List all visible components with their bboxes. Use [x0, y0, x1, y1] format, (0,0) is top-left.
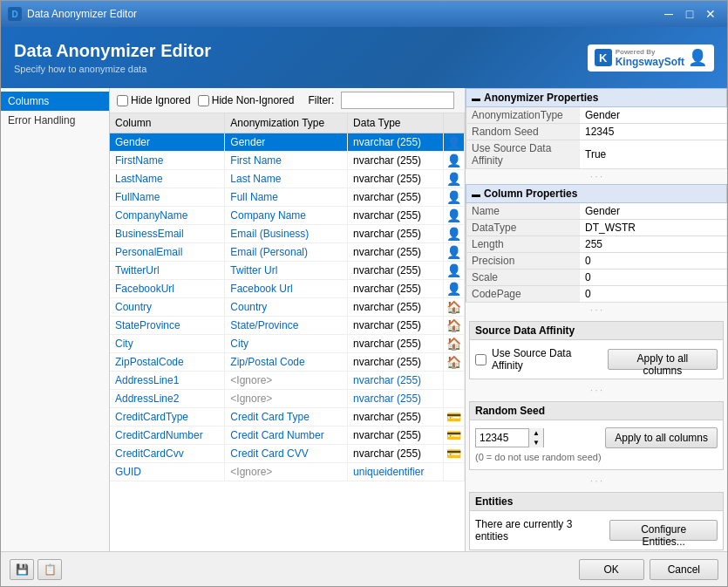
cell-column: GUID: [110, 463, 225, 481]
use-source-data-affinity-checkbox[interactable]: [475, 354, 486, 365]
cell-anon-type: <Ignore>: [225, 372, 348, 390]
table-row[interactable]: CreditCardTypeCredit Card Typenvarchar (…: [110, 408, 465, 427]
table-row[interactable]: TwitterUrlTwitter Urlnvarchar (255)👤: [110, 262, 465, 280]
title-bar-text: Data Anonymizer Editor: [27, 8, 659, 20]
cell-data-type: nvarchar (255): [348, 317, 444, 335]
anon-prop-key: Use Source Data Affinity: [466, 140, 580, 169]
table-row[interactable]: GUID<Ignore>uniqueidentifier: [110, 463, 465, 481]
hide-ignored-checkbox[interactable]: [117, 95, 128, 106]
maximize-button[interactable]: □: [680, 5, 699, 23]
anon-prop-key: AnonymizationType: [466, 107, 580, 124]
sidebar-item-error-handling[interactable]: Error Handling: [1, 111, 109, 130]
table-row[interactable]: CityCitynvarchar (255)🏠: [110, 335, 465, 353]
col-props-collapse-icon[interactable]: ▬: [472, 189, 480, 199]
toolbar: Hide Ignored Hide Non-Ignored Filter:: [110, 88, 465, 113]
cell-anon-type: Gender: [225, 133, 348, 152]
table-row[interactable]: CountryCountrynvarchar (255)🏠: [110, 298, 465, 317]
table-row[interactable]: FirstNameFirst Namenvarchar (255)👤: [110, 152, 465, 170]
cell-icon: 👤: [444, 262, 465, 280]
cell-icon: 💳: [444, 445, 465, 463]
col-props-title: Column Properties: [484, 188, 577, 200]
anon-prop-value: 12345: [580, 124, 727, 140]
table-row[interactable]: PersonalEmailEmail (Personal)nvarchar (2…: [110, 243, 465, 262]
apply-random-seed-button[interactable]: Apply to all columns: [605, 427, 718, 448]
cell-icon: 👤: [444, 188, 465, 207]
cell-anon-type: Email (Personal): [225, 243, 348, 262]
minimize-button[interactable]: ─: [659, 5, 678, 23]
hide-ignored-label[interactable]: Hide Ignored: [117, 94, 191, 106]
anon-prop-key: Random Seed: [466, 124, 580, 140]
col-prop-value: Gender: [580, 203, 727, 220]
table-row[interactable]: CreditCardNumberCredit Card Numbernvarch…: [110, 427, 465, 445]
cell-icon: 👤: [444, 133, 465, 152]
cell-icon: 💳: [444, 427, 465, 445]
cell-column: CreditCardCvv: [110, 445, 225, 463]
cell-data-type: nvarchar (255): [348, 280, 444, 298]
col-prop-key: Length: [466, 236, 580, 253]
bottom-left-btn2[interactable]: 📋: [37, 559, 62, 580]
page-title: Data Anonymizer Editor: [14, 41, 211, 61]
cell-data-type: nvarchar (255): [348, 152, 444, 170]
cell-anon-type: City: [225, 335, 348, 353]
table-row[interactable]: AddressLine2<Ignore>nvarchar (255): [110, 390, 465, 408]
table-row[interactable]: LastNameLast Namenvarchar (255)👤: [110, 170, 465, 188]
col-prop-key: CodePage: [466, 286, 580, 303]
cell-column: FacebookUrl: [110, 280, 225, 298]
cell-data-type: nvarchar (255): [348, 408, 444, 427]
col-prop-row: NameGender: [466, 203, 727, 220]
col-prop-row: CodePage0: [466, 286, 727, 303]
table-row[interactable]: GenderGendernvarchar (255)👤: [110, 133, 465, 152]
table-row[interactable]: BusinessEmailEmail (Business)nvarchar (2…: [110, 225, 465, 243]
cell-data-type: nvarchar (255): [348, 298, 444, 317]
table-row[interactable]: ZipPostalCodeZip/Postal Codenvarchar (25…: [110, 353, 465, 372]
cell-icon: 👤: [444, 170, 465, 188]
cancel-button[interactable]: Cancel: [650, 559, 718, 580]
col-header-anon-type: Anonymization Type: [225, 113, 348, 133]
cell-anon-type: Twitter Url: [225, 262, 348, 280]
columns-table: Column Anonymization Type Data Type Gend…: [110, 113, 465, 481]
anon-prop-row: Use Source Data AffinityTrue: [466, 140, 727, 169]
table-row[interactable]: FacebookUrlFacebook Urlnvarchar (255)👤: [110, 280, 465, 298]
cell-column: Gender: [110, 133, 225, 152]
hide-non-ignored-label[interactable]: Hide Non-Ignored: [198, 94, 295, 106]
divider-1: · · ·: [466, 169, 727, 184]
cell-column: Country: [110, 298, 225, 317]
brand-name: Powered By KingswaySoft: [616, 48, 684, 68]
spinbox-down-button[interactable]: ▼: [529, 438, 543, 447]
close-button[interactable]: ✕: [701, 5, 720, 23]
table-row[interactable]: AddressLine1<Ignore>nvarchar (255): [110, 372, 465, 390]
entities-header: Entities: [470, 493, 723, 511]
ok-button[interactable]: OK: [579, 559, 644, 580]
table-row[interactable]: CreditCardCvvCredit Card CVVnvarchar (25…: [110, 445, 465, 463]
sidebar-item-columns[interactable]: Columns: [1, 92, 109, 111]
cell-data-type: nvarchar (255): [348, 445, 444, 463]
col-prop-row: Precision0: [466, 253, 727, 270]
cell-icon: 🏠: [444, 353, 465, 372]
anon-props-header: ▬ Anonymizer Properties: [466, 88, 727, 107]
table-row[interactable]: FullNameFull Namenvarchar (255)👤: [110, 188, 465, 207]
anon-props-collapse-icon[interactable]: ▬: [472, 93, 480, 103]
source-data-affinity-box: Source Data Affinity Use Source Data Aff…: [469, 321, 724, 379]
col-props-header: ▬ Column Properties: [466, 184, 727, 203]
filter-label: Filter:: [308, 94, 334, 106]
apply-source-affinity-button[interactable]: Apply to all columns: [608, 349, 718, 370]
cell-icon: 🏠: [444, 298, 465, 317]
spinbox-up-button[interactable]: ▲: [529, 428, 543, 438]
cell-data-type: nvarchar (255): [348, 225, 444, 243]
cell-data-type: nvarchar (255): [348, 243, 444, 262]
col-props-table: NameGenderDataTypeDT_WSTRLength255Precis…: [466, 203, 727, 303]
cell-icon: 👤: [444, 152, 465, 170]
cell-anon-type: Email (Business): [225, 225, 348, 243]
cell-icon: 🏠: [444, 335, 465, 353]
filter-input[interactable]: [341, 92, 454, 109]
table-row[interactable]: StateProvinceState/Provincenvarchar (255…: [110, 317, 465, 335]
configure-entities-button[interactable]: Configure Entities...: [609, 520, 718, 541]
random-seed-spinbox: ▲ ▼: [475, 428, 544, 447]
hide-non-ignored-checkbox[interactable]: [198, 95, 209, 106]
bottom-left-btn1[interactable]: 💾: [10, 559, 34, 580]
table-row[interactable]: CompanyNameCompany Namenvarchar (255)👤: [110, 207, 465, 225]
random-seed-input[interactable]: [476, 429, 528, 447]
cell-column: StateProvince: [110, 317, 225, 335]
header: Data Anonymizer Editor Specify how to an…: [1, 27, 727, 88]
cell-column: City: [110, 335, 225, 353]
